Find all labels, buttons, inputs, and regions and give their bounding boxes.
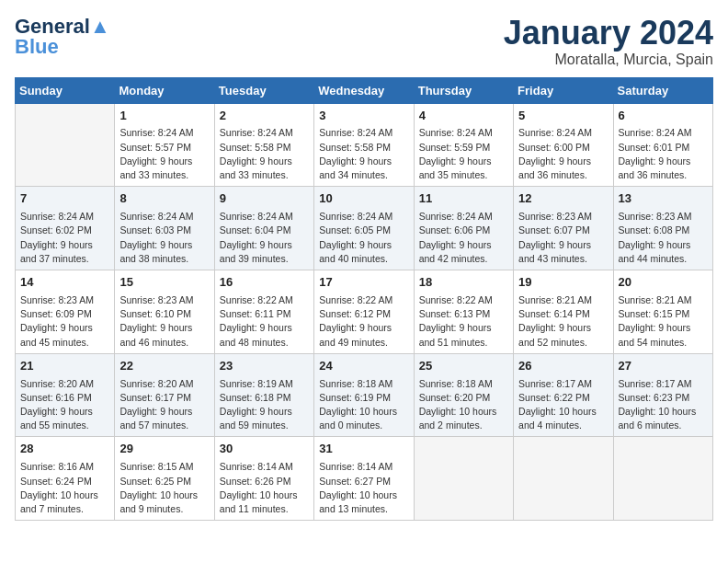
sunset-text: Sunset: 6:24 PM bbox=[20, 475, 109, 488]
sunset-text: Sunset: 5:59 PM bbox=[419, 141, 508, 155]
day-number: 27 bbox=[619, 358, 708, 375]
calendar-cell: 7Sunrise: 8:24 AMSunset: 6:02 PMDaylight… bbox=[16, 187, 115, 270]
sunrise-text: Sunrise: 8:24 AM bbox=[220, 126, 309, 140]
calendar-cell bbox=[16, 103, 115, 187]
sunset-text: Sunset: 6:27 PM bbox=[319, 475, 408, 488]
daylight-text: Daylight: 9 hours and 43 minutes. bbox=[518, 238, 608, 266]
daylight-text: Daylight: 9 hours and 54 minutes. bbox=[619, 321, 708, 349]
sunset-text: Sunset: 6:04 PM bbox=[220, 224, 309, 237]
sunset-text: Sunset: 6:23 PM bbox=[619, 391, 708, 405]
calendar-cell: 26Sunrise: 8:17 AMSunset: 6:22 PMDayligh… bbox=[514, 353, 613, 437]
calendar-cell: 4Sunrise: 8:24 AMSunset: 5:59 PMDaylight… bbox=[414, 103, 513, 187]
sunset-text: Sunset: 6:15 PM bbox=[619, 307, 708, 321]
calendar-cell: 8Sunrise: 8:24 AMSunset: 6:03 PMDaylight… bbox=[115, 187, 214, 270]
sunset-text: Sunset: 6:05 PM bbox=[319, 224, 408, 237]
day-number: 7 bbox=[20, 190, 109, 208]
col-friday: Friday bbox=[514, 77, 613, 103]
col-saturday: Saturday bbox=[613, 77, 712, 103]
sunrise-text: Sunrise: 8:20 AM bbox=[20, 377, 109, 391]
day-number: 1 bbox=[119, 108, 209, 125]
sunrise-text: Sunrise: 8:14 AM bbox=[220, 460, 309, 474]
sunrise-text: Sunrise: 8:24 AM bbox=[619, 126, 708, 140]
calendar-cell: 22Sunrise: 8:20 AMSunset: 6:17 PMDayligh… bbox=[115, 353, 214, 437]
calendar-cell: 17Sunrise: 8:22 AMSunset: 6:12 PMDayligh… bbox=[314, 270, 414, 354]
calendar-week-row: 28Sunrise: 8:16 AMSunset: 6:24 PMDayligh… bbox=[16, 437, 713, 521]
calendar-cell: 13Sunrise: 8:23 AMSunset: 6:08 PMDayligh… bbox=[613, 187, 712, 270]
sunrise-text: Sunrise: 8:22 AM bbox=[220, 293, 309, 307]
calendar-cell: 28Sunrise: 8:16 AMSunset: 6:24 PMDayligh… bbox=[16, 437, 115, 521]
day-number: 30 bbox=[220, 441, 309, 458]
daylight-text: Daylight: 9 hours and 36 minutes. bbox=[619, 155, 708, 182]
sunset-text: Sunset: 5:58 PM bbox=[220, 141, 309, 155]
day-number: 28 bbox=[20, 441, 109, 458]
title-area: January 2024 Moratalla, Murcia, Spain bbox=[504, 15, 713, 68]
calendar-cell: 11Sunrise: 8:24 AMSunset: 6:06 PMDayligh… bbox=[414, 187, 513, 270]
sunrise-text: Sunrise: 8:24 AM bbox=[20, 210, 109, 224]
calendar-cell: 6Sunrise: 8:24 AMSunset: 6:01 PMDaylight… bbox=[613, 103, 712, 187]
sunrise-text: Sunrise: 8:24 AM bbox=[119, 126, 209, 140]
sunset-text: Sunset: 6:11 PM bbox=[220, 307, 309, 321]
daylight-text: Daylight: 9 hours and 49 minutes. bbox=[319, 321, 408, 349]
sunrise-text: Sunrise: 8:24 AM bbox=[319, 126, 408, 140]
day-number: 6 bbox=[619, 108, 708, 125]
calendar-cell: 9Sunrise: 8:24 AMSunset: 6:04 PMDaylight… bbox=[214, 187, 313, 270]
day-number: 19 bbox=[518, 274, 608, 292]
day-number: 12 bbox=[518, 190, 608, 208]
sunrise-text: Sunrise: 8:16 AM bbox=[20, 460, 109, 474]
sunrise-text: Sunrise: 8:20 AM bbox=[119, 377, 209, 391]
sunset-text: Sunset: 6:14 PM bbox=[518, 307, 608, 321]
calendar-cell: 3Sunrise: 8:24 AMSunset: 5:58 PMDaylight… bbox=[314, 103, 414, 187]
sunrise-text: Sunrise: 8:19 AM bbox=[220, 377, 309, 391]
sunrise-text: Sunrise: 8:22 AM bbox=[419, 293, 508, 307]
day-number: 11 bbox=[419, 190, 508, 208]
calendar-table: Sunday Monday Tuesday Wednesday Thursday… bbox=[15, 77, 713, 522]
calendar-cell: 1Sunrise: 8:24 AMSunset: 5:57 PMDaylight… bbox=[115, 103, 214, 187]
daylight-text: Daylight: 9 hours and 34 minutes. bbox=[319, 155, 408, 182]
day-number: 29 bbox=[119, 441, 209, 458]
calendar-cell: 25Sunrise: 8:18 AMSunset: 6:20 PMDayligh… bbox=[414, 353, 513, 437]
sunset-text: Sunset: 6:00 PM bbox=[518, 141, 608, 155]
sunrise-text: Sunrise: 8:23 AM bbox=[20, 293, 109, 307]
daylight-text: Daylight: 9 hours and 35 minutes. bbox=[419, 155, 508, 182]
sunset-text: Sunset: 6:26 PM bbox=[220, 475, 309, 488]
day-number: 10 bbox=[319, 190, 408, 208]
calendar-week-row: 1Sunrise: 8:24 AMSunset: 5:57 PMDaylight… bbox=[16, 103, 713, 187]
calendar-subtitle: Moratalla, Murcia, Spain bbox=[504, 52, 713, 68]
daylight-text: Daylight: 10 hours and 13 minutes. bbox=[319, 488, 408, 516]
day-number: 3 bbox=[319, 108, 408, 125]
daylight-text: Daylight: 10 hours and 2 minutes. bbox=[419, 405, 508, 432]
day-number: 8 bbox=[119, 190, 209, 208]
sunrise-text: Sunrise: 8:23 AM bbox=[119, 293, 209, 307]
day-number: 23 bbox=[220, 358, 309, 375]
sunset-text: Sunset: 6:22 PM bbox=[518, 391, 608, 405]
sunset-text: Sunset: 5:57 PM bbox=[119, 141, 209, 155]
calendar-cell bbox=[414, 437, 513, 521]
calendar-cell: 30Sunrise: 8:14 AMSunset: 6:26 PMDayligh… bbox=[214, 437, 313, 521]
day-number: 13 bbox=[619, 190, 708, 208]
day-number: 24 bbox=[319, 358, 408, 375]
daylight-text: Daylight: 9 hours and 38 minutes. bbox=[119, 238, 209, 266]
daylight-text: Daylight: 9 hours and 59 minutes. bbox=[220, 405, 309, 432]
sunrise-text: Sunrise: 8:14 AM bbox=[319, 460, 408, 474]
sunrise-text: Sunrise: 8:18 AM bbox=[419, 377, 508, 391]
calendar-cell: 15Sunrise: 8:23 AMSunset: 6:10 PMDayligh… bbox=[115, 270, 214, 354]
day-number: 20 bbox=[619, 274, 708, 292]
sunrise-text: Sunrise: 8:24 AM bbox=[119, 210, 209, 224]
sunrise-text: Sunrise: 8:24 AM bbox=[319, 210, 408, 224]
day-number: 2 bbox=[220, 108, 309, 125]
day-number: 26 bbox=[518, 358, 608, 375]
sunrise-text: Sunrise: 8:17 AM bbox=[518, 377, 608, 391]
sunrise-text: Sunrise: 8:21 AM bbox=[619, 293, 708, 307]
col-monday: Monday bbox=[115, 77, 214, 103]
sunset-text: Sunset: 6:02 PM bbox=[20, 224, 109, 237]
day-number: 5 bbox=[518, 108, 608, 125]
sunset-text: Sunset: 6:10 PM bbox=[119, 307, 209, 321]
daylight-text: Daylight: 9 hours and 45 minutes. bbox=[20, 321, 109, 349]
daylight-text: Daylight: 9 hours and 48 minutes. bbox=[220, 321, 309, 349]
daylight-text: Daylight: 10 hours and 7 minutes. bbox=[20, 488, 109, 516]
sunset-text: Sunset: 6:12 PM bbox=[319, 307, 408, 321]
day-number: 18 bbox=[419, 274, 508, 292]
header: General▲ Blue January 2024 Moratalla, Mu… bbox=[15, 15, 713, 68]
day-number: 17 bbox=[319, 274, 408, 292]
calendar-cell: 5Sunrise: 8:24 AMSunset: 6:00 PMDaylight… bbox=[514, 103, 613, 187]
